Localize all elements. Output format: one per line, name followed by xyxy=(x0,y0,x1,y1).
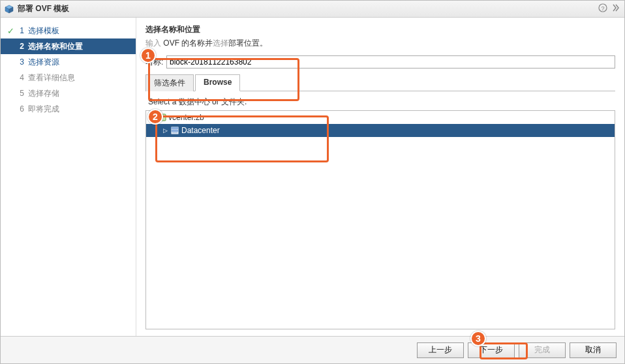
page-heading: 选择名称和位置 xyxy=(145,24,615,35)
step-label: 查看详细信息 xyxy=(28,72,75,83)
wizard-footer: 上一步 下一步 完成 取消 xyxy=(1,336,624,363)
titlebar: 部署 OVF 模板 ? xyxy=(1,1,624,18)
step-6: 6 即将完成 xyxy=(1,101,136,117)
ovf-deploy-dialog: 部署 OVF 模板 ? ✓ 1 选择模板 2 选择名称和位置 3 选择资源 xyxy=(0,0,625,364)
folder-instruction: Select a 数据中心 or 文件夹. xyxy=(148,97,615,108)
step-num: 5 xyxy=(16,89,24,98)
finish-button: 完成 xyxy=(519,342,566,358)
tab-browse[interactable]: Browse xyxy=(195,74,240,91)
help-icon[interactable]: ? xyxy=(598,3,607,14)
tree-datacenter[interactable]: ▷ Datacenter xyxy=(146,124,615,137)
wizard-main: 选择名称和位置 输入 OVF 的名称并选择部署位置。 名称: 筛选条件 Brow… xyxy=(136,18,624,336)
location-tabs: 筛选条件 Browse xyxy=(145,74,615,91)
callout-badge-3: 3 xyxy=(470,331,486,346)
step-5: 5 选择存储 xyxy=(1,85,136,101)
tab-filter[interactable]: 筛选条件 xyxy=(145,74,194,91)
name-input[interactable] xyxy=(166,55,615,68)
step-num: 6 xyxy=(16,104,24,114)
svg-rect-8 xyxy=(172,127,178,129)
callout-badge-2: 2 xyxy=(147,109,163,125)
check-icon: ✓ xyxy=(7,26,16,36)
back-button[interactable]: 上一步 xyxy=(417,342,464,358)
expand-icon[interactable]: ▷ xyxy=(163,127,170,134)
step-num: 3 xyxy=(16,57,24,67)
wizard-sidebar: ✓ 1 选择模板 2 选择名称和位置 3 选择资源 4 查看详细信息 5 xyxy=(1,18,136,336)
cancel-button[interactable]: 取消 xyxy=(570,342,617,358)
svg-text:?: ? xyxy=(601,5,604,12)
name-row: 名称: xyxy=(145,55,615,68)
dialog-title: 部署 OVF 模板 xyxy=(18,3,594,14)
step-1[interactable]: ✓ 1 选择模板 xyxy=(1,23,136,38)
step-num: 4 xyxy=(16,73,24,82)
step-label: 即将完成 xyxy=(28,104,59,115)
svg-rect-9 xyxy=(172,130,178,132)
datacenter-icon xyxy=(170,126,180,135)
tree-root[interactable]: ▽ vcenter.zb xyxy=(146,111,615,124)
step-2[interactable]: 2 选择名称和位置 xyxy=(1,38,136,54)
step-label: 选择模板 xyxy=(28,25,59,37)
step-label: 选择存储 xyxy=(28,88,59,99)
step-label: 选择名称和位置 xyxy=(28,41,83,52)
callout-badge-1: 1 xyxy=(140,48,156,63)
ovf-cube-icon xyxy=(5,5,14,14)
step-label: 选择资源 xyxy=(28,57,59,68)
dialog-body: ✓ 1 选择模板 2 选择名称和位置 3 选择资源 4 查看详细信息 5 xyxy=(1,18,624,336)
tree-label: vcenter.zb xyxy=(168,113,204,122)
forward-icon[interactable] xyxy=(611,3,620,14)
tree-label: Datacenter xyxy=(181,126,220,135)
inventory-tree[interactable]: ▽ vcenter.zb ▷ Datacenter xyxy=(145,110,615,329)
step-3[interactable]: 3 选择资源 xyxy=(1,54,136,70)
step-4: 4 查看详细信息 xyxy=(1,70,136,85)
page-subtitle: 输入 OVF 的名称并选择部署位置。 xyxy=(145,38,615,49)
step-num: 2 xyxy=(16,42,24,51)
step-num: 1 xyxy=(16,26,24,35)
